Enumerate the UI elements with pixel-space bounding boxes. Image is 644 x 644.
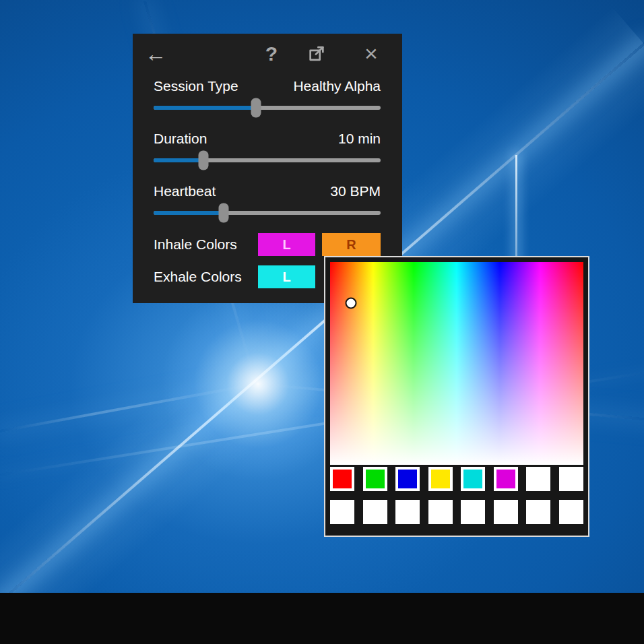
color-picker-popup bbox=[324, 256, 589, 537]
palette-swatch[interactable] bbox=[428, 467, 453, 491]
duration-slider[interactable] bbox=[154, 158, 381, 162]
palette-swatch[interactable] bbox=[330, 467, 354, 491]
palette-swatch[interactable] bbox=[559, 467, 583, 491]
exhale-left-color-button[interactable]: L bbox=[258, 265, 315, 288]
taskbar bbox=[0, 593, 644, 644]
slider-thumb[interactable] bbox=[251, 98, 261, 118]
palette-swatch[interactable] bbox=[363, 500, 387, 524]
session-type-value: Healthy Alpha bbox=[293, 77, 381, 96]
color-selector-handle[interactable] bbox=[345, 298, 356, 309]
palette-swatch[interactable] bbox=[395, 500, 420, 524]
palette-swatch[interactable] bbox=[395, 467, 420, 491]
session-type-slider[interactable] bbox=[154, 106, 381, 110]
duration-label: Duration bbox=[154, 129, 207, 148]
palette-swatch[interactable] bbox=[461, 467, 485, 491]
help-button[interactable]: ? bbox=[265, 44, 278, 64]
palette-swatch[interactable] bbox=[428, 500, 453, 524]
heartbeat-value: 30 BPM bbox=[330, 182, 381, 201]
slider-fill bbox=[154, 106, 256, 110]
popout-icon[interactable] bbox=[307, 44, 326, 65]
desktop: ← ? × Session Type Healthy Alpha Duratio… bbox=[0, 0, 644, 644]
palette-swatch[interactable] bbox=[526, 467, 550, 491]
slider-fill bbox=[154, 211, 224, 215]
palette-swatch[interactable] bbox=[559, 500, 583, 524]
duration-value: 10 min bbox=[338, 129, 381, 148]
slider-thumb[interactable] bbox=[219, 203, 229, 223]
inhale-left-color-button[interactable]: L bbox=[258, 233, 315, 256]
palette-swatch[interactable] bbox=[330, 500, 354, 524]
inhale-right-color-button[interactable]: R bbox=[322, 233, 381, 256]
palette-row bbox=[330, 500, 583, 524]
saturation-hue-gradient[interactable] bbox=[330, 262, 583, 465]
session-type-label: Session Type bbox=[154, 77, 238, 96]
heartbeat-label: Heartbeat bbox=[154, 182, 216, 201]
palette-swatch[interactable] bbox=[494, 467, 518, 491]
palette-swatch[interactable] bbox=[461, 500, 485, 524]
palette-swatch[interactable] bbox=[363, 467, 387, 491]
slider-thumb[interactable] bbox=[199, 151, 209, 170]
palette-row bbox=[330, 467, 583, 491]
close-icon[interactable]: × bbox=[364, 42, 378, 65]
palette-swatch[interactable] bbox=[526, 500, 550, 524]
heartbeat-slider[interactable] bbox=[154, 211, 381, 215]
palette-swatch[interactable] bbox=[494, 500, 518, 524]
slider-fill bbox=[154, 158, 203, 162]
back-button[interactable]: ← bbox=[145, 43, 166, 65]
exhale-colors-label: Exhale Colors bbox=[154, 267, 242, 286]
inhale-colors-label: Inhale Colors bbox=[154, 235, 237, 254]
